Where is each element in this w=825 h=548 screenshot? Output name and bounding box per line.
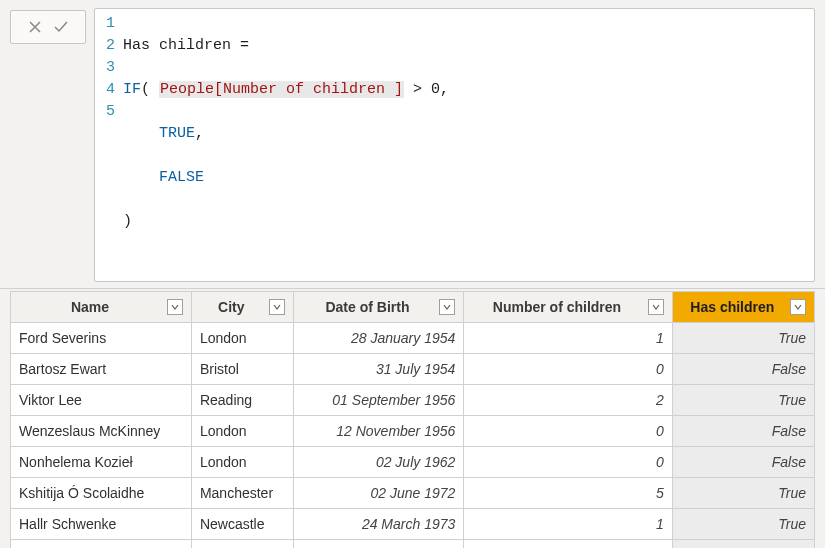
column-header-name[interactable]: Name: [11, 292, 192, 323]
column-label: Name: [19, 299, 161, 315]
indent: [123, 169, 159, 186]
cell-num: 0: [464, 416, 672, 447]
cancel-button[interactable]: [25, 17, 45, 37]
cell-city: London: [191, 447, 293, 478]
cell-name: Angelina Hasek: [11, 540, 192, 549]
filter-dropdown-icon[interactable]: [790, 299, 806, 315]
table-row[interactable]: Kshitija Ó ScolaidheManchester02 June 19…: [11, 478, 815, 509]
grid-body: Ford SeverinsLondon28 January 19541TrueB…: [11, 323, 815, 549]
fn-if: IF: [123, 81, 141, 98]
table-row[interactable]: Viktor LeeReading01 September 19562True: [11, 385, 815, 416]
cell-has: False: [672, 416, 814, 447]
table-row[interactable]: Wenzeslaus McKinneyLondon12 November 195…: [11, 416, 815, 447]
paren-close: ): [123, 213, 132, 230]
cell-num: 1: [464, 323, 672, 354]
line-gutter: 1 2 3 4 5: [95, 13, 123, 277]
column-label: Has children: [681, 299, 784, 315]
dax-editor[interactable]: 1 2 3 4 5 Has children = IF( People[Numb…: [94, 8, 815, 282]
cell-dob: 01 September 1956: [293, 385, 464, 416]
table-row[interactable]: Nonhelema KoziełLondon02 July 19620False: [11, 447, 815, 478]
column-header-has[interactable]: Has children: [672, 292, 814, 323]
cell-dob: 31 July 1954: [293, 354, 464, 385]
filter-dropdown-icon[interactable]: [167, 299, 183, 315]
cell-city: London: [191, 416, 293, 447]
cell-name: Wenzeslaus McKinney: [11, 416, 192, 447]
data-grid: NameCityDate of BirthNumber of childrenH…: [10, 291, 815, 548]
column-ref: People[Number of children ]: [159, 81, 404, 98]
table-row[interactable]: Ford SeverinsLondon28 January 19541True: [11, 323, 815, 354]
cell-name: Viktor Lee: [11, 385, 192, 416]
cell-has: True: [672, 385, 814, 416]
cell-dob: 19 March 1977: [293, 540, 464, 549]
paren-open: (: [141, 81, 159, 98]
cell-num: 0: [464, 447, 672, 478]
cell-city: Reading: [191, 540, 293, 549]
const-true: TRUE: [159, 125, 195, 142]
header-row: NameCityDate of BirthNumber of childrenH…: [11, 292, 815, 323]
cell-dob: 24 March 1973: [293, 509, 464, 540]
column-label: Date of Birth: [302, 299, 434, 315]
filter-dropdown-icon[interactable]: [648, 299, 664, 315]
cell-name: Ford Severins: [11, 323, 192, 354]
cell-city: Bristol: [191, 354, 293, 385]
cell-has: True: [672, 509, 814, 540]
column-header-dob[interactable]: Date of Birth: [293, 292, 464, 323]
cell-num: 1: [464, 509, 672, 540]
cell-name: Kshitija Ó Scolaidhe: [11, 478, 192, 509]
filter-dropdown-icon[interactable]: [269, 299, 285, 315]
cell-name: Hallr Schwenke: [11, 509, 192, 540]
data-grid-wrap: NameCityDate of BirthNumber of childrenH…: [0, 289, 825, 548]
cell-city: Manchester: [191, 478, 293, 509]
commit-button[interactable]: [51, 17, 71, 37]
column-label: City: [200, 299, 263, 315]
column-header-num[interactable]: Number of children: [464, 292, 672, 323]
cell-city: London: [191, 323, 293, 354]
column-header-city[interactable]: City: [191, 292, 293, 323]
formula-bar: 1 2 3 4 5 Has children = IF( People[Numb…: [0, 0, 825, 289]
cell-num: 5: [464, 478, 672, 509]
cell-num: 0: [464, 540, 672, 549]
cell-name: Nonhelema Kozieł: [11, 447, 192, 478]
code-content: Has children = IF( People[Number of chil…: [123, 13, 814, 277]
filter-dropdown-icon[interactable]: [439, 299, 455, 315]
cond-rest: > 0,: [404, 81, 449, 98]
formula-action-buttons: [10, 10, 86, 44]
cell-has: False: [672, 354, 814, 385]
cell-city: Newcastle: [191, 509, 293, 540]
cell-has: False: [672, 540, 814, 549]
const-false: FALSE: [159, 169, 204, 186]
table-row[interactable]: Hallr SchwenkeNewcastle24 March 19731Tru…: [11, 509, 815, 540]
cell-has: False: [672, 447, 814, 478]
cell-num: 0: [464, 354, 672, 385]
cell-dob: 02 July 1962: [293, 447, 464, 478]
cell-dob: 02 June 1972: [293, 478, 464, 509]
column-label: Number of children: [472, 299, 641, 315]
cell-name: Bartosz Ewart: [11, 354, 192, 385]
cell-num: 2: [464, 385, 672, 416]
indent: [123, 125, 159, 142]
table-row[interactable]: Angelina HasekReading19 March 19770False: [11, 540, 815, 549]
cell-dob: 12 November 1956: [293, 416, 464, 447]
cell-has: True: [672, 323, 814, 354]
cell-city: Reading: [191, 385, 293, 416]
comma: ,: [195, 125, 204, 142]
table-row[interactable]: Bartosz EwartBristol31 July 19540False: [11, 354, 815, 385]
code-line-1: Has children =: [123, 37, 249, 54]
cell-dob: 28 January 1954: [293, 323, 464, 354]
cell-has: True: [672, 478, 814, 509]
